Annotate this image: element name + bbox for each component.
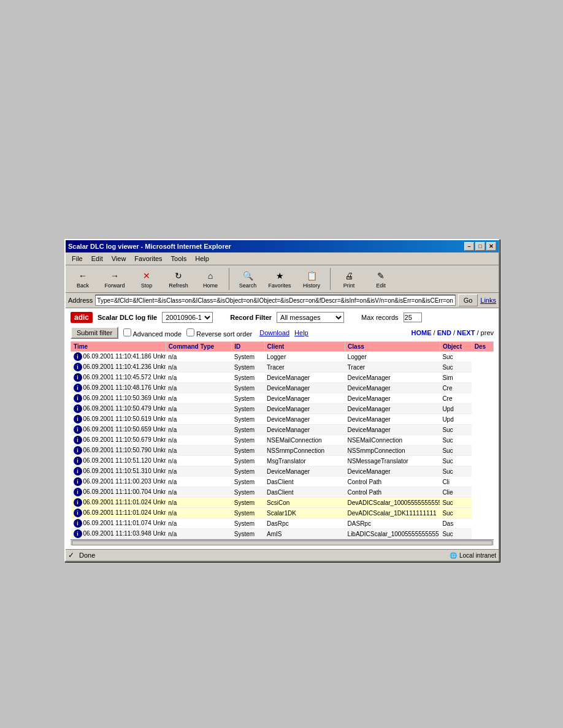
menu-favorites[interactable]: Favorites bbox=[131, 254, 166, 264]
cell-desc: Upd bbox=[440, 414, 472, 425]
horizontal-scrollbar[interactable] bbox=[71, 539, 494, 545]
cell-class: DeviceManager bbox=[264, 414, 345, 425]
cell-class: DasClient bbox=[264, 487, 345, 498]
submit-filter-button[interactable]: Submit filter bbox=[71, 327, 118, 339]
print-button[interactable]: 🖨 Print bbox=[334, 267, 364, 290]
menu-help[interactable]: Help bbox=[191, 254, 213, 264]
refresh-button[interactable]: ↻ Refresh bbox=[164, 267, 193, 290]
history-button[interactable]: 📋 History bbox=[297, 267, 326, 290]
info-icon: i bbox=[74, 509, 82, 517]
cell-class: Scalar1DK bbox=[264, 508, 345, 518]
toolbar: ← Back → Forward ✕ Stop ↻ Refresh ⌂ Home… bbox=[66, 265, 499, 293]
cell-time: i06.09.2001 11:10:50.369 Unknown bbox=[71, 393, 166, 404]
menu-file[interactable]: File bbox=[68, 254, 86, 264]
cell-id: n/a bbox=[166, 425, 231, 435]
status-right: 🌐 Local intranet bbox=[450, 552, 496, 559]
filter-links: Download Help bbox=[259, 329, 308, 336]
info-icon: i bbox=[74, 467, 82, 476]
cell-client: System bbox=[232, 498, 264, 508]
cell-object: DeviceManager bbox=[345, 393, 440, 404]
cell-class: ScsiCon bbox=[264, 498, 345, 508]
cell-object: DeviceManager bbox=[345, 425, 440, 435]
links-button[interactable]: Links bbox=[480, 297, 496, 304]
refresh-icon: ↻ bbox=[171, 269, 186, 282]
reverse-sort-checkbox[interactable] bbox=[186, 328, 194, 336]
cell-desc: Sim bbox=[440, 373, 472, 383]
cell-object: Control Path bbox=[345, 487, 440, 498]
cell-desc: Suc bbox=[440, 508, 472, 518]
cell-time: i06.09.2001 11:11:01.024 Unknown bbox=[71, 498, 166, 508]
table-row: i06.09.2001 11:10:50.679 Unknown n/a Sys… bbox=[71, 435, 494, 446]
cell-time: i06.09.2001 11:10:50.679 Unknown bbox=[71, 435, 166, 446]
favorites-button[interactable]: ★ Favorites bbox=[265, 267, 294, 290]
menu-bar: File Edit View Favorites Tools Help bbox=[66, 252, 499, 265]
scroll-track bbox=[72, 540, 492, 545]
favorites-icon: ★ bbox=[272, 269, 287, 282]
status-icon: ✓ bbox=[68, 551, 74, 559]
cell-client: System bbox=[232, 362, 264, 373]
go-button[interactable]: Go bbox=[458, 294, 478, 306]
info-icon: i bbox=[74, 446, 82, 455]
cell-desc: Cli bbox=[440, 477, 472, 487]
info-icon: i bbox=[74, 394, 82, 403]
adic-header: adic Scalar DLC log file 20010906-1 Reco… bbox=[71, 312, 494, 323]
max-records-label: Max records bbox=[361, 314, 399, 321]
adic-logo: adic bbox=[71, 312, 93, 323]
cell-time: i06.09.2001 11:10:48.176 Unknown bbox=[71, 383, 166, 393]
cell-desc: Suc bbox=[440, 466, 472, 477]
end-nav-link[interactable]: END bbox=[437, 329, 451, 336]
cell-object: DeviceManager bbox=[345, 373, 440, 383]
menu-view[interactable]: View bbox=[108, 254, 130, 264]
cell-time: i06.09.2001 11:11:00.704 Unknown bbox=[71, 487, 166, 498]
forward-button[interactable]: → Forward bbox=[100, 267, 129, 290]
log-file-select[interactable]: 20010906-1 bbox=[162, 312, 213, 323]
cell-client: System bbox=[232, 446, 264, 456]
reverse-sort-label: Reverse sort order bbox=[186, 328, 252, 338]
cell-class: DeviceManager bbox=[264, 383, 345, 393]
cell-time: i06.09.2001 11:10:50.659 Unknown bbox=[71, 425, 166, 435]
cell-desc: Das bbox=[440, 518, 472, 529]
title-bar: Scalar DLC log viewer - Microsoft Intern… bbox=[66, 240, 499, 252]
search-button[interactable]: 🔍 Search bbox=[233, 267, 262, 290]
content-area: adic Scalar DLC log file 20010906-1 Reco… bbox=[66, 308, 499, 549]
table-row: i06.09.2001 11:10:50.479 Unknown n/a Sys… bbox=[71, 404, 494, 414]
browser-title: Scalar DLC log viewer - Microsoft Intern… bbox=[68, 243, 231, 250]
download-link[interactable]: Download bbox=[259, 329, 289, 336]
cell-desc: Suc bbox=[440, 529, 472, 539]
cell-class: DasClient bbox=[264, 477, 345, 487]
cell-id: n/a bbox=[166, 435, 231, 446]
table-row: i06.09.2001 11:10:50.619 Unknown n/a Sys… bbox=[71, 414, 494, 425]
menu-edit[interactable]: Edit bbox=[88, 254, 107, 264]
intranet-label: Local intranet bbox=[459, 552, 496, 559]
next-nav-link[interactable]: NEXT bbox=[457, 329, 475, 336]
home-button[interactable]: ⌂ Home bbox=[196, 267, 225, 290]
address-input[interactable] bbox=[95, 295, 455, 306]
menu-tools[interactable]: Tools bbox=[167, 254, 191, 264]
cell-client: System bbox=[232, 383, 264, 393]
cell-client: System bbox=[232, 393, 264, 404]
log-file-label: Scalar DLC log file bbox=[98, 314, 157, 321]
record-filter-select[interactable]: All messages Errors only Warnings Info bbox=[277, 312, 344, 323]
cell-client: System bbox=[232, 508, 264, 518]
max-records-input[interactable] bbox=[404, 313, 422, 322]
info-icon: i bbox=[74, 519, 82, 528]
back-button[interactable]: ← Back bbox=[68, 267, 98, 290]
table-row: i06.09.2001 11:10:45.572 Unknown n/a Sys… bbox=[71, 373, 494, 383]
cell-desc: Clie bbox=[440, 487, 472, 498]
edit-button[interactable]: ✎ Edit bbox=[366, 267, 396, 290]
close-button[interactable]: ✕ bbox=[486, 242, 496, 251]
cell-id: n/a bbox=[166, 518, 231, 529]
minimize-button[interactable]: – bbox=[464, 242, 474, 251]
cell-class: DeviceManager bbox=[264, 393, 345, 404]
cell-client: System bbox=[232, 414, 264, 425]
stop-button[interactable]: ✕ Stop bbox=[132, 267, 161, 290]
advanced-mode-checkbox[interactable] bbox=[123, 328, 131, 336]
table-row: i06.09.2001 11:10:50.369 Unknown n/a Sys… bbox=[71, 393, 494, 404]
info-icon: i bbox=[74, 373, 82, 382]
info-icon: i bbox=[74, 477, 82, 486]
help-link[interactable]: Help bbox=[294, 329, 308, 336]
home-nav-link[interactable]: HOME bbox=[411, 329, 431, 336]
cell-desc: Suc bbox=[440, 456, 472, 466]
cell-client: System bbox=[232, 435, 264, 446]
maximize-button[interactable]: □ bbox=[475, 242, 485, 251]
